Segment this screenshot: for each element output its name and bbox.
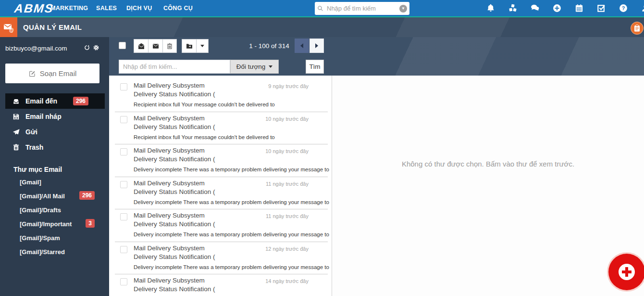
envelope-icon xyxy=(152,42,160,50)
sidebar-item-sent[interactable]: Gửi xyxy=(0,124,109,140)
email-sender: Mail Delivery Subsystem xyxy=(134,180,205,187)
email-subject: Delivery Status Notification ( xyxy=(134,155,215,163)
pagination-status: 1 - 100 of 314 xyxy=(238,42,300,50)
mark-read-button[interactable] xyxy=(134,39,148,53)
global-search-input[interactable] xyxy=(326,4,399,13)
search-scope-chevron-icon[interactable]: ▼ xyxy=(399,5,407,13)
email-sender: Mail Delivery Subsystem xyxy=(134,115,205,122)
comments-icon[interactable] xyxy=(529,3,541,13)
email-list-item[interactable]: Mail Delivery Subsystem Delivery Status … xyxy=(115,112,328,145)
email-checkbox[interactable] xyxy=(120,246,127,253)
email-snippet: Delivery incomplete There was a temporar… xyxy=(134,232,329,237)
arrow-left-icon xyxy=(300,43,303,48)
caret-down-icon xyxy=(200,45,204,47)
email-checkbox[interactable] xyxy=(120,278,127,285)
svg-text:?: ? xyxy=(622,5,625,11)
sidebar-item-trash[interactable]: Trash xyxy=(0,140,109,155)
clipboard-feedback-button[interactable] xyxy=(631,22,644,35)
email-list-item[interactable]: Mail Delivery Subsystem Delivery Status … xyxy=(115,242,328,275)
select-all-checkbox[interactable] xyxy=(119,42,126,49)
folders-heading: Thư mục Email xyxy=(13,166,62,173)
sidebar-folder-all-mail[interactable]: [Gmail]/All Mail 296 xyxy=(0,189,109,203)
email-sender: Mail Delivery Subsystem xyxy=(134,245,205,252)
list-toolbar: 1 - 100 of 314 Đối tượng Tìm xyxy=(109,37,644,76)
nav-menu-dich-vu[interactable]: DỊCH VỤ xyxy=(126,0,152,16)
check-square-icon[interactable] xyxy=(595,3,607,13)
add-new-fab[interactable] xyxy=(608,254,644,290)
email-sender: Mail Delivery Subsystem xyxy=(134,212,205,219)
email-list-item[interactable]: Mail Delivery Subsystem Delivery Status … xyxy=(115,209,328,242)
compose-email-label: Soạn Email xyxy=(40,69,77,77)
email-list-item[interactable]: Mail Delivery Subsystem Delivery Status … xyxy=(115,79,328,112)
nav-menu-marketing[interactable]: MARKETING xyxy=(50,0,88,16)
mark-unread-button[interactable] xyxy=(148,39,162,53)
gear-icon[interactable] xyxy=(93,44,99,51)
delete-button[interactable] xyxy=(162,39,177,53)
account-email: bizbuyco@gmail.com xyxy=(5,45,67,52)
nav-menu-sales[interactable]: SALES xyxy=(96,0,117,16)
compose-email-button[interactable]: Soạn Email xyxy=(5,64,99,83)
folder-move-icon xyxy=(186,42,193,50)
folder-label: [Gmail] xyxy=(20,179,41,186)
sidebar-folder-gmail[interactable]: [Gmail] xyxy=(0,175,109,189)
search-submit-button[interactable]: Tìm xyxy=(306,60,324,74)
page-title: QUẢN LÝ EMAIL xyxy=(23,17,82,37)
email-checkbox[interactable] xyxy=(120,213,127,220)
folder-count-badge: 3 xyxy=(86,219,95,228)
email-checkbox[interactable] xyxy=(120,116,127,123)
email-snippet: Recipient inbox full Your message couldn… xyxy=(134,134,275,140)
list-search-input[interactable] xyxy=(119,60,230,74)
email-list-item[interactable]: Mail Delivery Subsystem Delivery Status … xyxy=(115,274,328,296)
email-time: 12 ngày trước đây xyxy=(265,246,309,252)
trash-icon xyxy=(12,143,21,152)
refresh-icon[interactable] xyxy=(84,44,90,51)
next-page-button[interactable] xyxy=(310,39,324,53)
email-list-item[interactable]: Mail Delivery Subsystem Delivery Status … xyxy=(115,177,328,210)
email-checkbox[interactable] xyxy=(120,181,127,188)
sidebar-item-label: Email đến xyxy=(25,97,57,105)
cubes-icon[interactable] xyxy=(507,3,519,13)
email-sender: Mail Delivery Subsystem xyxy=(134,82,205,89)
top-navbar: ABMS MARKETING SALES DỊCH VỤ CÔNG CỤ ▼ ? xyxy=(0,0,644,17)
email-subject: Delivery Status Notification ( xyxy=(134,123,215,130)
sidebar-item-drafts[interactable]: Email nháp xyxy=(0,109,109,124)
inbox-icon xyxy=(12,97,21,105)
sidebar-item-inbox[interactable]: Email đến 296 xyxy=(5,93,105,109)
sidebar-folder-drafts[interactable]: [Gmail]/Drafts xyxy=(0,203,109,217)
email-sidebar: bizbuyco@gmail.com Soạn Email Email đến … xyxy=(0,37,109,296)
global-search[interactable]: ▼ xyxy=(315,2,409,15)
empty-preview-message: Không có thư được chọn. Bấm vào thư để x… xyxy=(332,160,644,168)
sidebar-folder-starred[interactable]: [Gmail]/Starred xyxy=(0,245,109,258)
plus-circle-icon[interactable] xyxy=(551,3,563,13)
email-checkbox[interactable] xyxy=(120,83,127,90)
sidebar-item-label: Trash xyxy=(25,143,43,151)
brand-logo[interactable]: ABMS xyxy=(13,1,54,15)
sidebar-item-label: Gửi xyxy=(25,128,37,136)
pencil-edit-icon xyxy=(28,70,36,77)
calendar-icon[interactable] xyxy=(573,3,585,13)
user-icon[interactable] xyxy=(640,3,644,13)
envelope-open-icon xyxy=(137,42,145,50)
email-snippet: Delivery incomplete There was a temporar… xyxy=(134,264,329,270)
email-snippet: Recipient inbox full Your message couldn… xyxy=(134,102,275,107)
sidebar-folder-spam[interactable]: [Gmail]/Spam xyxy=(0,231,109,245)
email-list-item[interactable]: Mail Delivery Subsystem Delivery Status … xyxy=(115,144,328,177)
bell-icon[interactable] xyxy=(485,3,496,13)
clipboard-icon xyxy=(634,25,640,32)
sidebar-folder-important[interactable]: [Gmail]/Important 3 xyxy=(0,217,109,231)
filter-object-label: Đối tượng xyxy=(236,63,266,70)
question-circle-icon[interactable]: ? xyxy=(618,3,629,13)
filter-object-dropdown[interactable]: Đối tượng xyxy=(230,60,279,74)
move-to-folder-caret[interactable] xyxy=(196,39,209,53)
email-subject: Delivery Status Notification ( xyxy=(134,285,215,293)
move-to-folder-button[interactable] xyxy=(182,39,196,53)
prev-page-button[interactable] xyxy=(295,39,309,53)
email-time: 10 ngày trước đây xyxy=(265,148,309,154)
email-time: 11 ngày trước đây xyxy=(266,213,309,219)
paper-plane-icon xyxy=(12,128,21,136)
email-module-icon: @ xyxy=(0,17,17,37)
email-checkbox[interactable] xyxy=(120,148,127,155)
nav-menu-cong-cu[interactable]: CÔNG CỤ xyxy=(163,0,193,16)
folder-label: [Gmail]/All Mail xyxy=(20,193,65,200)
module-header: @ QUẢN LÝ EMAIL xyxy=(0,17,644,37)
